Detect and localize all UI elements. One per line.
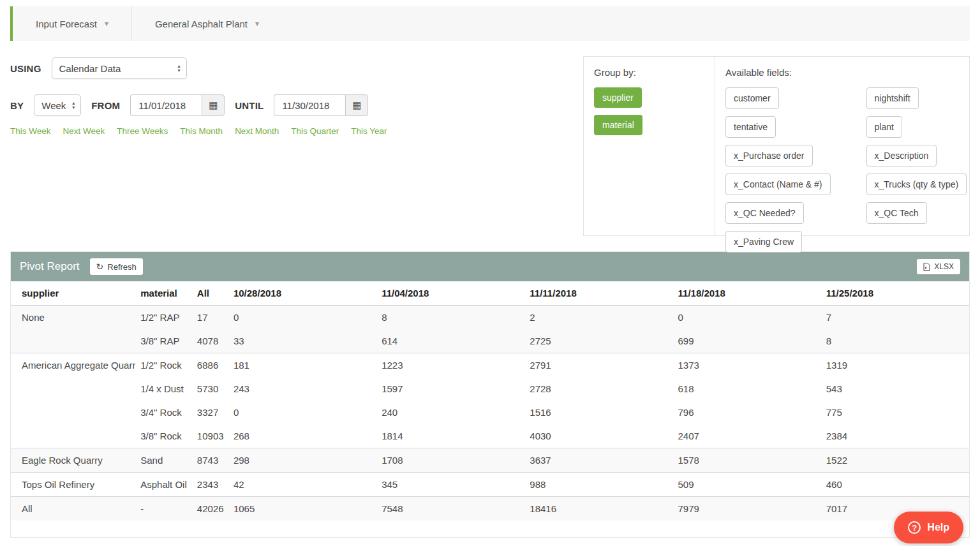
quick-link[interactable]: This Month (180, 126, 223, 136)
table-row: None1/2" RAP1708207 (11, 306, 969, 330)
cell-value: 345 (376, 473, 524, 497)
cell-supplier (11, 401, 135, 424)
cell-material: - (135, 497, 192, 521)
available-field-chip[interactable]: tentative (725, 116, 776, 138)
cell-value: 4078 (192, 329, 228, 353)
available-field-chip[interactable]: customer (725, 87, 779, 109)
from-date-input[interactable] (130, 94, 202, 116)
quick-link[interactable]: Next Week (63, 126, 105, 136)
quick-link[interactable]: Three Weeks (117, 126, 168, 136)
by-select[interactable]: Week ▴▾ (34, 94, 81, 116)
cell-value: 8 (821, 329, 969, 353)
column-header: 11/18/2018 (673, 281, 821, 306)
cell-value: 7548 (376, 497, 524, 521)
select-spinner-icon: ▴▾ (178, 64, 181, 73)
cell-material: 3/8" RAP (135, 329, 192, 353)
calendar-icon: ▦ (352, 100, 361, 111)
available-field-chip[interactable]: x_QC Needed? (725, 202, 804, 224)
cell-supplier: Eagle Rock Quarry (11, 448, 135, 473)
cell-value: 3637 (524, 448, 672, 473)
cell-value: 8743 (192, 448, 228, 473)
cell-value: 2384 (821, 424, 969, 448)
group-by-chip[interactable]: supplier (594, 87, 642, 108)
menu-plant-label: General Asphalt Plant (155, 18, 248, 29)
calendar-icon: ▦ (209, 100, 218, 111)
cell-value: 10903 (192, 424, 228, 448)
menu-input-forecast[interactable]: Input Forecast ▾ (13, 6, 131, 41)
column-header: 10/28/2018 (228, 281, 376, 306)
table-row: 1/4 x Dust573024315972728618543 (11, 377, 969, 401)
cell-value: 17 (192, 306, 228, 330)
top-navigation-bar: Input Forecast ▾ General Asphalt Plant ▾ (10, 6, 970, 41)
pivot-header-row: suppliermaterialAll10/28/201811/04/20181… (11, 281, 969, 306)
cell-value: 1319 (821, 353, 969, 378)
available-field-chip[interactable]: x_Contact (Name & #) (725, 173, 831, 195)
by-select-value: Week (41, 100, 66, 111)
cell-value: 181 (228, 353, 376, 378)
quick-link[interactable]: This Quarter (291, 126, 339, 136)
cell-value: 42 (228, 473, 376, 497)
cell-value: 1223 (376, 353, 524, 378)
xlsx-export-button[interactable]: XLSX (917, 259, 960, 274)
from-calendar-button[interactable]: ▦ (202, 94, 225, 116)
quick-link[interactable]: This Year (351, 126, 387, 136)
cell-value: 7 (821, 306, 969, 330)
using-select[interactable]: Calendar Data ▴▾ (52, 57, 187, 79)
cell-value: 18416 (524, 497, 672, 521)
available-field-chip[interactable]: x_Description (866, 145, 937, 166)
group-by-chip[interactable]: material (594, 115, 642, 135)
cell-value: 7979 (673, 497, 821, 521)
until-calendar-button[interactable]: ▦ (345, 94, 368, 116)
table-row: 3/8" Rock109032681814403024072384 (11, 424, 969, 448)
cell-value: 33 (228, 329, 376, 353)
chevron-down-icon: ▾ (255, 19, 259, 28)
cell-value: 2407 (673, 424, 821, 448)
from-date-group: ▦ (130, 94, 225, 116)
cell-value: 0 (228, 306, 376, 330)
available-field-chip[interactable]: x_Paving Crew (725, 231, 802, 253)
cell-value: 0 (673, 306, 821, 330)
cell-value: 618 (673, 377, 821, 401)
cell-material: 1/2" Rock (135, 353, 192, 378)
help-button-label: Help (927, 522, 949, 533)
cell-value: 3327 (192, 401, 228, 424)
chevron-down-icon: ▾ (105, 19, 108, 28)
available-field-chip[interactable]: x_QC Tech (866, 202, 927, 224)
quick-link[interactable]: This Week (10, 126, 51, 136)
cell-value: 1522 (821, 448, 969, 473)
available-field-chip[interactable]: nightshift (866, 87, 919, 109)
quick-link[interactable]: Next Month (235, 126, 279, 136)
cell-value: 509 (673, 473, 821, 497)
using-select-value: Calendar Data (59, 63, 121, 74)
xlsx-button-label: XLSX (934, 262, 954, 271)
cell-value: 1814 (376, 424, 524, 448)
cell-value: 0 (228, 401, 376, 424)
column-header: 11/11/2018 (524, 281, 672, 306)
cell-material: Asphalt Oil (135, 473, 192, 497)
cell-value: 699 (673, 329, 821, 353)
cell-value: 1516 (524, 401, 672, 424)
cell-supplier (11, 329, 135, 353)
menu-plant-selector[interactable]: General Asphalt Plant ▾ (132, 6, 282, 41)
help-button[interactable]: ? Help (894, 512, 963, 543)
available-fields-panel: Available fields: customertentativex_Pur… (715, 56, 970, 236)
pivot-report-section: Pivot Report ↻ Refresh XLSX suppliermate… (10, 251, 970, 538)
menu-input-forecast-label: Input Forecast (36, 18, 97, 29)
available-field-chip[interactable]: x_Purchase order (725, 145, 813, 166)
pivot-report-title: Pivot Report (20, 260, 80, 273)
cell-value: 796 (673, 401, 821, 424)
xlsx-file-icon (923, 263, 930, 271)
available-field-chip[interactable]: x_Trucks (qty & type) (866, 173, 967, 195)
refresh-button[interactable]: ↻ Refresh (90, 258, 143, 275)
cell-value: 614 (376, 329, 524, 353)
fields-columns: customertentativex_Purchase orderx_Conta… (725, 87, 959, 253)
until-date-input[interactable] (274, 94, 345, 116)
cell-value: 543 (821, 377, 969, 401)
cell-value: 1578 (673, 448, 821, 473)
table-row: 3/4" Rock332702401516796775 (11, 401, 969, 424)
available-field-chip[interactable]: plant (866, 116, 902, 138)
cell-value: 988 (524, 473, 672, 497)
cell-material: 1/2" RAP (135, 306, 192, 330)
help-question-icon: ? (908, 521, 921, 534)
cell-supplier: All (11, 497, 135, 521)
